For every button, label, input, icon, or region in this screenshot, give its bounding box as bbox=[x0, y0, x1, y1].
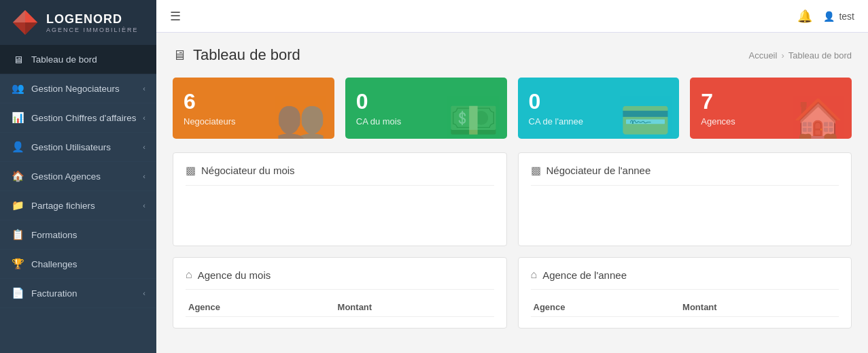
bell-icon[interactable]: 🔔 bbox=[797, 9, 812, 24]
agence-mois-table: Agence Montant bbox=[186, 298, 494, 317]
panel-empty bbox=[186, 194, 494, 235]
sidebar-icon-formations: 📋 bbox=[11, 229, 24, 241]
sidebar-item-gestion-chiffres[interactable]: 📊 Gestion Chiffres d'affaires ‹ bbox=[0, 103, 156, 133]
breadcrumb-separator: › bbox=[781, 50, 784, 61]
main-content: ☰ 🔔 👤 test 🖥 Tableau de bord Accueil › T… bbox=[156, 0, 868, 353]
sidebar-item-left: 🏆 Challenges bbox=[11, 258, 77, 270]
stat-card-left: 7 Agences bbox=[701, 90, 735, 127]
user-info[interactable]: 👤 test bbox=[823, 11, 854, 22]
stat-card-left: 6 Negociateurs bbox=[184, 90, 236, 127]
svg-marker-4 bbox=[25, 22, 37, 35]
svg-marker-2 bbox=[13, 22, 25, 35]
sidebar-item-gestion-utilisateurs[interactable]: 👤 Gestion Utilisateurs ‹ bbox=[0, 133, 156, 162]
stat-card-ca-du-mois: 0 CA du mois 💵 bbox=[345, 78, 507, 139]
sidebar-label-partage-fichiers: Partage fichiers bbox=[31, 201, 95, 211]
sidebar-label-tableau-de-bord: Tableau de bord bbox=[31, 54, 97, 65]
sidebar-label-gestion-chiffres: Gestion Chiffres d'affaires bbox=[31, 113, 136, 123]
user-icon: 👤 bbox=[823, 11, 835, 22]
sidebar-label-challenges: Challenges bbox=[31, 259, 77, 269]
sidebar: LOGENORD AGENCE IMMOBILIÈRE 🖥 Tableau de… bbox=[0, 0, 156, 353]
agence-annee-table: Agence Montant bbox=[531, 298, 839, 317]
stat-card-negociateurs: 6 Negociateurs 👥 bbox=[173, 78, 334, 139]
stat-icon-agences: 🏠 bbox=[793, 96, 844, 139]
stat-number-negociateurs: 6 bbox=[184, 90, 236, 112]
panel-negociateur-annee-title: ▩ Négociateur de l'annee bbox=[531, 164, 839, 186]
sidebar-icon-gestion-negociateurs: 👥 bbox=[11, 82, 24, 95]
sidebar-items: 🖥 Tableau de bord 👥 Gestion Negociateurs… bbox=[0, 46, 156, 308]
sidebar-item-partage-fichiers[interactable]: 📁 Partage fichiers ‹ bbox=[0, 191, 156, 220]
stat-card-agences: 7 Agences 🏠 bbox=[690, 78, 852, 139]
sidebar-icon-gestion-agences: 🏠 bbox=[11, 170, 24, 182]
svg-marker-3 bbox=[13, 10, 25, 22]
user-name: test bbox=[839, 11, 854, 22]
breadcrumb-current: Tableau de bord bbox=[788, 50, 852, 61]
stat-number-ca-annee: 0 bbox=[529, 90, 584, 112]
sidebar-item-left: 📁 Partage fichiers bbox=[11, 199, 95, 212]
stat-label-ca-du-mois: CA du mois bbox=[356, 116, 401, 127]
sidebar-icon-tableau-de-bord: 🖥 bbox=[11, 54, 24, 65]
sidebar-icon-gestion-chiffres: 📊 bbox=[11, 112, 24, 124]
chevron-icon: ‹ bbox=[143, 289, 145, 297]
chevron-icon: ‹ bbox=[143, 172, 145, 180]
sidebar-icon-facturation: 📄 bbox=[11, 287, 24, 299]
page-title-icon: 🖥 bbox=[173, 48, 186, 63]
home-icon: ⌂ bbox=[186, 269, 192, 281]
topbar: ☰ 🔔 👤 test bbox=[156, 0, 868, 33]
breadcrumb-home[interactable]: Accueil bbox=[748, 50, 777, 61]
sidebar-label-gestion-agences: Gestion Agences bbox=[31, 171, 101, 182]
sidebar-item-gestion-agences[interactable]: 🏠 Gestion Agences ‹ bbox=[0, 162, 156, 191]
panel-agence-mois-title: ⌂ Agence du mois bbox=[186, 269, 494, 290]
stat-label-agences: Agences bbox=[701, 116, 735, 127]
sidebar-item-tableau-de-bord[interactable]: 🖥 Tableau de bord bbox=[0, 46, 156, 74]
sidebar-icon-gestion-utilisateurs: 👤 bbox=[11, 141, 24, 153]
breadcrumb: Accueil › Tableau de bord bbox=[748, 50, 852, 61]
sidebar-item-formations[interactable]: 📋 Formations bbox=[0, 220, 156, 250]
panel-negociateur-annee: ▩ Négociateur de l'annee bbox=[518, 152, 852, 246]
bar-chart-icon-2: ▩ bbox=[531, 164, 541, 177]
stat-card-left: 0 CA du mois bbox=[356, 90, 401, 127]
stat-card-ca-annee: 0 CA de l'annee 💳 bbox=[518, 78, 680, 139]
sidebar-item-left: 🖥 Tableau de bord bbox=[11, 54, 97, 65]
topbar-right: 🔔 👤 test bbox=[797, 9, 854, 24]
panel-empty-2 bbox=[531, 194, 839, 235]
stat-icon-ca-du-mois: 💵 bbox=[448, 96, 499, 139]
sidebar-item-left: 👥 Gestion Negociateurs bbox=[11, 82, 120, 95]
stat-label-ca-annee: CA de l'annee bbox=[529, 116, 584, 127]
stat-number-agences: 7 bbox=[701, 90, 735, 112]
panels-row-1: ▩ Négociateur du mois ▩ Négociateur de l… bbox=[173, 152, 852, 246]
sidebar-item-gestion-negociateurs[interactable]: 👥 Gestion Negociateurs ‹ bbox=[0, 74, 156, 103]
col-agence-mois: Agence bbox=[186, 298, 335, 317]
logo-icon bbox=[11, 8, 39, 37]
page-title-row: 🖥 Tableau de bord bbox=[173, 46, 300, 64]
sidebar-icon-partage-fichiers: 📁 bbox=[11, 199, 24, 212]
stat-number-ca-du-mois: 0 bbox=[356, 90, 401, 112]
logo-subtitle: AGENCE IMMOBILIÈRE bbox=[46, 27, 139, 33]
panel-negociateur-mois: ▩ Négociateur du mois bbox=[173, 152, 507, 246]
logo-text: LOGENORD AGENCE IMMOBILIÈRE bbox=[46, 12, 139, 33]
logo-title: LOGENORD bbox=[46, 12, 139, 27]
sidebar-item-challenges[interactable]: 🏆 Challenges bbox=[0, 250, 156, 279]
sidebar-item-left: 👤 Gestion Utilisateurs bbox=[11, 141, 111, 153]
hamburger-icon[interactable]: ☰ bbox=[170, 9, 181, 24]
sidebar-item-facturation[interactable]: 📄 Facturation ‹ bbox=[0, 279, 156, 308]
logo-area: LOGENORD AGENCE IMMOBILIÈRE bbox=[0, 0, 156, 46]
page-header: 🖥 Tableau de bord Accueil › Tableau de b… bbox=[173, 46, 852, 64]
sidebar-label-gestion-utilisateurs: Gestion Utilisateurs bbox=[31, 142, 111, 152]
svg-marker-1 bbox=[25, 10, 37, 22]
stat-label-negociateurs: Negociateurs bbox=[184, 116, 236, 127]
panel-agence-annee-title: ⌂ Agence de l'annee bbox=[531, 269, 839, 290]
sidebar-label-formations: Formations bbox=[31, 230, 77, 240]
topbar-left: ☰ bbox=[170, 9, 181, 24]
sidebar-item-left: 📋 Formations bbox=[11, 229, 77, 241]
sidebar-item-left: 📊 Gestion Chiffres d'affaires bbox=[11, 112, 136, 124]
sidebar-icon-challenges: 🏆 bbox=[11, 258, 24, 270]
content-area: 🖥 Tableau de bord Accueil › Tableau de b… bbox=[156, 33, 868, 353]
sidebar-item-left: 🏠 Gestion Agences bbox=[11, 170, 101, 182]
col-montant-annee: Montant bbox=[680, 298, 839, 317]
chevron-icon: ‹ bbox=[143, 84, 145, 93]
panel-agence-mois: ⌂ Agence du mois Agence Montant bbox=[173, 257, 507, 329]
bar-chart-icon: ▩ bbox=[186, 164, 196, 177]
chevron-icon: ‹ bbox=[143, 143, 145, 151]
panel-negociateur-mois-title: ▩ Négociateur du mois bbox=[186, 164, 494, 186]
col-montant-mois: Montant bbox=[335, 298, 494, 317]
